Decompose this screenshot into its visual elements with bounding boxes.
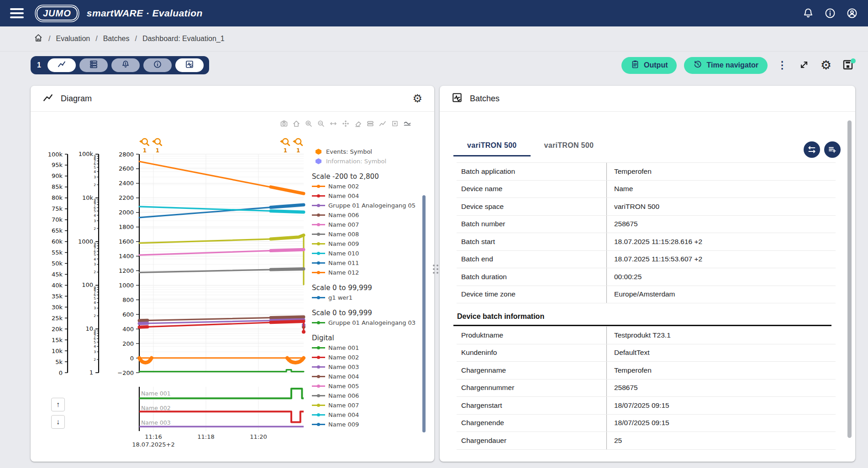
time-navigator-button[interactable]: Time navigator (684, 57, 768, 74)
menu-icon[interactable] (10, 8, 24, 18)
row-value: 18.07.2025 11:15:53.607 +2 (606, 251, 836, 268)
svg-text:2600: 2600 (119, 165, 134, 172)
legend-symbol-item[interactable]: Events: Symbol (312, 147, 449, 156)
svg-text:1600: 1600 (119, 238, 134, 245)
more-options-button[interactable]: ⋮ (775, 58, 789, 73)
save-button[interactable] (841, 58, 855, 73)
tab-batches[interactable] (175, 58, 204, 72)
legend-item[interactable]: Name 009 (312, 239, 449, 249)
batches-scrollbar[interactable] (847, 120, 852, 438)
legend-item[interactable]: Name 006 (312, 391, 449, 400)
batch-tab-2[interactable]: variTRON 500 (531, 135, 608, 156)
row-label: Kundeninfo (457, 344, 606, 362)
output-button[interactable]: Output (621, 57, 677, 74)
batch-tab-1[interactable]: variTRON 500 (453, 135, 531, 156)
legend-line-sample (312, 234, 325, 235)
settings-button[interactable]: ⚙ (819, 58, 833, 73)
fullscreen-button[interactable] (797, 58, 811, 73)
pan-arrows-icon[interactable] (329, 120, 337, 128)
svg-text:35k: 35k (52, 293, 63, 300)
svg-text:3: 3 (94, 219, 96, 223)
legend-item-label: Name 009 (328, 240, 359, 247)
panel-resize-handle[interactable] (433, 265, 438, 274)
svg-text:Name 002: Name 002 (141, 405, 171, 411)
row-label: Chargenende (457, 415, 606, 432)
box-select-icon[interactable] (391, 120, 399, 128)
diagram-panel: Diagram ⚙ 100k95k90k85k80k75k70k65k60k55… (31, 86, 434, 462)
legend-item[interactable]: Gruppe 01 Analogeingang 05 (312, 201, 449, 210)
legend-item-label: Name 008 (328, 231, 359, 238)
home-icon[interactable] (292, 120, 300, 128)
swap-columns-button[interactable] (804, 141, 820, 158)
svg-text:95k: 95k (52, 161, 63, 168)
legend-item[interactable]: Name 004 (312, 372, 449, 381)
history-icon (693, 60, 702, 71)
tab-diagram[interactable] (47, 58, 76, 72)
svg-text:4: 4 (94, 213, 96, 218)
svg-text:2: 2 (94, 227, 96, 231)
legend-item[interactable]: Name 011 (312, 258, 449, 268)
legend-item[interactable]: Name 001 (312, 343, 449, 353)
legend-item[interactable]: Gruppe 01 Analogeingang 03 (312, 318, 449, 328)
svg-text:30k: 30k (52, 304, 63, 311)
breadcrumb-item[interactable]: Dashboard: Evaluation_1 (142, 35, 225, 43)
svg-text:85k: 85k (52, 183, 63, 190)
move-up-button[interactable]: ↑ (51, 398, 65, 411)
svg-text:400: 400 (122, 326, 134, 333)
legend-item[interactable]: Name 002 (312, 182, 449, 191)
legend-item[interactable]: g1 wer1 (312, 293, 449, 302)
add-to-list-button[interactable] (824, 141, 841, 158)
row-label: Device name (457, 181, 606, 198)
move-down-button[interactable]: ↓ (51, 415, 65, 429)
legend-item[interactable]: Name 007 (312, 400, 449, 410)
legend-item-label: Name 002 (328, 354, 359, 361)
legend-item[interactable]: Name 004 (312, 191, 449, 201)
svg-text:4: 4 (94, 170, 96, 174)
svg-text:2000: 2000 (119, 209, 134, 216)
legend-item[interactable]: Name 005 (312, 381, 449, 391)
stacked-rows-icon[interactable] (366, 120, 374, 128)
legend-line-sample (312, 186, 325, 187)
legend-symbol-item[interactable]: Information: Symbol (312, 156, 449, 166)
legend-item[interactable]: Name 007 (312, 220, 449, 229)
legend-item[interactable]: Name 002 (312, 353, 449, 362)
lasso-points-icon[interactable] (342, 120, 350, 128)
home-icon[interactable] (34, 33, 43, 44)
unsaved-indicator (851, 58, 856, 63)
account-icon[interactable] (846, 7, 858, 19)
legend-item[interactable]: Name 012 (312, 268, 449, 277)
zoom-out-icon[interactable] (317, 120, 325, 128)
legend-item[interactable]: Name 009 (312, 420, 449, 429)
row-value: Europe/Amsterdam (606, 286, 836, 303)
trend-line-icon[interactable] (379, 120, 387, 128)
legend-item[interactable]: Name 010 (312, 249, 449, 258)
camera-icon[interactable] (280, 120, 288, 128)
svg-text:0: 0 (59, 369, 63, 376)
row-value: 18/07/2025 09:15 (606, 397, 836, 414)
legend-scrollbar[interactable] (422, 195, 426, 432)
tab-information[interactable] (143, 58, 172, 72)
legend-item[interactable]: Name 003 (312, 362, 449, 372)
svg-text:2: 2 (94, 358, 96, 362)
svg-text:2: 2 (94, 183, 96, 187)
breadcrumb-item[interactable]: Batches (103, 35, 130, 43)
notifications-icon[interactable] (802, 7, 814, 19)
legend-group-title: Scale 0 to 99,999 (312, 308, 449, 318)
legend-item[interactable]: Name 006 (312, 210, 449, 220)
table-row: Batch number258675 (457, 216, 836, 234)
svg-text:11:20: 11:20 (250, 433, 267, 440)
area-compare-icon[interactable] (403, 120, 411, 128)
row-label: Batch end (457, 251, 606, 268)
legend-line-sample (312, 405, 325, 406)
info-icon[interactable] (824, 7, 836, 19)
breadcrumb-item[interactable]: Evaluation (56, 35, 90, 43)
row-value: 18.07.2025 11:15:28.616 +2 (606, 233, 836, 250)
legend-item[interactable]: Name 008 (312, 229, 449, 239)
legend-item[interactable]: Name 004 (312, 410, 449, 420)
tab-table[interactable] (79, 58, 108, 72)
tab-alarms[interactable] (111, 58, 140, 72)
batch-info-table: Batch applicationTemperofenDevice nameNa… (457, 162, 836, 303)
zoom-in-icon[interactable] (305, 120, 313, 128)
eraser-icon[interactable] (354, 120, 362, 128)
hexagon-marker (316, 149, 321, 155)
